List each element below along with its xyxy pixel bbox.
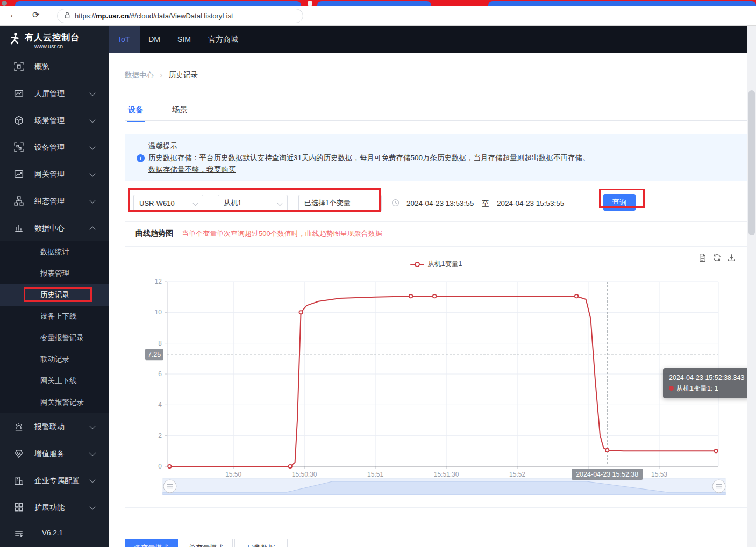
sidebar-item-overview[interactable]: 概览 [0,53,109,80]
svg-text:15:50:30: 15:50:30 [292,471,317,478]
avatar[interactable] [2,1,7,6]
tab-device[interactable]: 设备 [127,100,145,121]
variable-select-input[interactable]: 已选择1个变量 [298,195,382,212]
back-icon[interactable]: ← [9,9,19,20]
sidebar-item-alarm-linkage[interactable]: 报警联动 [0,413,109,440]
trend-line-chart[interactable]: 02468101215:5015:50:3015:5115:51:3015:52… [125,247,747,508]
chevron-down-icon [89,477,95,483]
chart-toolbox [698,253,736,264]
sidebar-item-label: 大屏管理 [34,89,65,99]
query-button[interactable]: 查询 [603,194,636,211]
download-icon[interactable] [727,253,736,264]
lock-icon [64,11,70,20]
tab-abnormal-data[interactable]: 异常数据 [234,539,288,547]
sidebar-item-label: 组态管理 [34,197,65,206]
nav-tab-sim[interactable]: SIM [169,26,199,53]
sidebar-subitem-linkage-records[interactable]: 联动记录 [0,349,109,370]
svg-text:0: 0 [158,463,162,470]
refresh-icon[interactable]: ⟳ [32,10,39,20]
badge-icon [14,449,24,458]
browser-tab[interactable] [317,1,431,6]
refresh-icon[interactable] [712,253,722,264]
tab-scene[interactable]: 场景 [170,100,188,121]
sidebar-item-label: 企业专属配置 [34,476,80,486]
sidebar-item-gateway-mgmt[interactable]: 网关管理 [0,161,109,188]
sidebar-item-label: 数据中心 [34,224,65,233]
sidebar-subitem-history-records[interactable]: 历史记录 [0,284,109,306]
chevron-down-icon [89,170,95,176]
scene-hexagon-icon [14,116,24,125]
url-field[interactable]: https://mp.usr.cn/#/cloud/data/ViewDataH… [57,9,303,23]
device-icon [14,142,24,152]
nav-tab-mall[interactable]: 官方商城 [199,26,247,53]
sidebar-subitem-report-mgmt[interactable]: 报表管理 [0,263,109,284]
brand-title: 有人云控制台 [25,32,80,44]
overview-icon [14,62,24,71]
sidebar-item-enterprise-config[interactable]: 企业专属配置 [0,467,109,494]
main-content: 数据中心 › 历史记录 设备 场景 i 温馨提示 历史数据存储：平台历史数据默认… [109,53,747,547]
date-start-input[interactable]: 2024-04-23 13:53:55 [406,199,474,207]
sidebar-subitem-gateway-alarm[interactable]: 网关报警记录 [0,392,109,413]
url-text: https://mp.usr.cn/#/cloud/data/ViewDataH… [75,12,233,20]
chart-section-header: 曲线趋势图 当单个变量单次查询超过500个数值时，曲线趋势图呈现聚合数据 [135,229,382,239]
sidebar-item-value-added[interactable]: 增值服务 [0,440,109,467]
browser-tab[interactable] [15,1,301,6]
data-view-icon[interactable] [698,253,707,264]
chevron-down-icon [89,450,95,456]
sidebar-item-device-mgmt[interactable]: 设备管理 [0,134,109,161]
bar-chart-icon [14,223,24,233]
svg-text:15:51:30: 15:51:30 [434,471,459,478]
grid-icon [14,502,24,512]
svg-text:2024-04-23 15:52:38: 2024-04-23 15:52:38 [576,471,638,478]
sidebar-item-extensions[interactable]: 扩展功能 [0,494,109,521]
svg-text:2: 2 [158,432,162,440]
version-row: V6.2.1 [0,521,109,546]
sidebar-subitem-data-stats[interactable]: 数据统计 [0,241,109,263]
sidebar-item-label: 网关管理 [34,170,65,179]
slave-select[interactable]: 从机1 [218,195,288,212]
browser-tab[interactable] [488,1,756,6]
chart-legend[interactable]: 从机1变量1 [125,260,747,269]
chevron-down-icon [89,197,95,203]
chart-section-note: 当单个变量单次查询超过500个数值时，曲线趋势图呈现聚合数据 [182,229,382,239]
sidebar-item-label: 报警联动 [34,422,65,432]
tab-multi-variable[interactable]: 多变量模式 [125,539,178,547]
sidebar-item-label: 概览 [34,62,49,72]
device-select-value: USR-W610 [139,199,175,207]
page-scrollbar[interactable] [747,26,756,547]
svg-text:8: 8 [158,340,162,347]
series-dot-icon [669,386,674,391]
sidebar-subitem-device-online[interactable]: 设备上下线 [0,306,109,327]
sidebar-item-data-center[interactable]: 数据中心 [0,214,109,241]
variable-select-value: 已选择1个变量 [304,198,350,208]
changelog-icon [14,529,24,538]
sidebar-item-scada-mgmt[interactable]: 组态管理 [0,188,109,214]
buy-storage-link[interactable]: 数据存储量不够，我要购买 [148,165,236,175]
gateway-chart-icon [14,169,24,179]
scrollbar-thumb[interactable] [748,90,755,235]
sidebar-item-label: 扩展功能 [34,503,65,513]
history-tabs: 设备 场景 [125,100,747,121]
breadcrumb-parent[interactable]: 数据中心 [125,71,154,79]
tab-single-variable[interactable]: 单变量模式 [180,539,233,547]
sidebar-item-scene-mgmt[interactable]: 场景管理 [0,107,109,134]
nav-tab-iot[interactable]: IoT [109,26,140,53]
breadcrumb-separator: › [160,71,163,79]
svg-text:6: 6 [158,370,162,378]
sidebar-subitem-variable-alarm[interactable]: 变量报警记录 [0,327,109,349]
svg-text:15:50: 15:50 [225,471,241,478]
device-select[interactable]: USR-W610 [133,195,203,212]
divider [125,221,747,222]
bottom-mode-tabs: 多变量模式 单变量模式 异常数据 [125,539,289,547]
screen-icon [14,89,24,98]
chevron-up-icon [89,226,95,232]
brand-logo-block[interactable]: 有人云控制台 www.usr.cn [0,26,109,53]
date-end-input[interactable]: 2024-04-23 15:53:55 [497,199,564,207]
sidebar: 概览 大屏管理 场景管理 设备管理 网关管理 组态管理 数据中心 数据统计 报表… [0,53,109,547]
chevron-down-icon [89,143,95,149]
sidebar-item-screen-mgmt[interactable]: 大屏管理 [0,80,109,107]
chevron-down-icon [89,90,95,96]
siren-icon [14,422,24,431]
nav-tab-dm[interactable]: DM [140,26,169,53]
sidebar-subitem-gateway-online[interactable]: 网关上下线 [0,370,109,392]
